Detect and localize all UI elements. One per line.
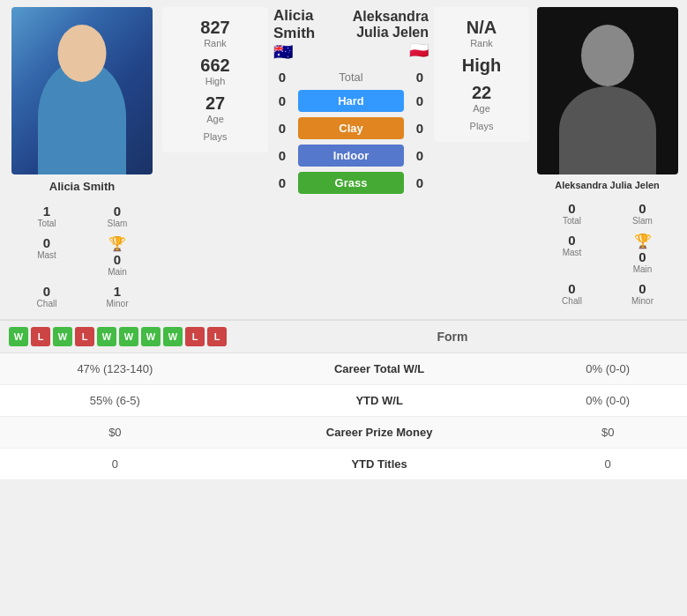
right-rank-label: Rank [470,38,493,48]
total-label: Total [291,71,411,84]
career-stats-row-0: 47% (123-140)Career Total W/L0% (0-0) [0,353,687,385]
left-mast-cell: 0 Mast [11,232,82,280]
right-mast-cell: 0 Mast [537,229,608,278]
right-age-value: 22 [472,83,491,103]
form-badge-2: W [53,327,72,346]
surface-column: Alicia Smith 🇦🇺 AleksandraJulia Jelen 🇵🇱… [273,7,429,197]
left-chall-value: 0 [43,284,50,299]
total-score-right: 0 [411,70,429,85]
left-player-stats: 1 Total 0 Slam 0 Mast 🏆 0 Main 0 [11,200,153,312]
career-stats-left-3: 0 [0,449,230,480]
right-minor-label: Minor [631,296,653,306]
hard-score-right: 0 [411,93,429,108]
right-rank-value: N/A [467,18,497,38]
right-plays-block: Plays [470,121,494,131]
career-stats-row-3: 0YTD Titles0 [0,449,687,480]
right-high-value: High [462,56,501,76]
left-minor-cell: 1 Minor [82,280,153,312]
left-total-label: Total [37,219,56,228]
form-badge-1: L [31,327,50,346]
left-total-cell: 1 Total [11,200,82,232]
career-stats-right-2: $0 [528,417,687,449]
hard-score-left: 0 [273,93,291,108]
right-stats-box: N/A Rank High 22 Age Plays [434,7,529,142]
left-main-label: Main [108,267,127,277]
right-name-display: AleksandraJulia Jelen [353,9,429,40]
total-score-left: 0 [273,70,291,85]
center-rank-label: Rank [204,38,227,48]
right-chall-label: Chall [562,296,582,306]
right-minor-value: 0 [638,281,646,296]
form-badge-9: L [207,327,227,346]
form-badge-8: L [185,327,205,346]
left-minor-value: 1 [114,284,121,299]
form-badges: WLWLWWWWLL [9,327,227,346]
grass-score-right: 0 [411,175,429,190]
form-badge-6: W [141,327,161,346]
center-stats-box: 827 Rank 662 High 27 Age Plays [162,7,268,152]
clay-score-left: 0 [273,121,291,136]
career-stats-right-3: 0 [528,449,687,480]
right-player-stats: 0 Total 0 Slam 0 Mast 🏆 0 Main 0 [537,197,678,309]
clay-pill: Clay [298,117,404,139]
grass-score-left: 0 [273,175,291,190]
left-player-column: Alicia Smith 1 Total 0 Slam 0 Mast 🏆 0 [7,7,157,312]
left-trophy-cell: 🏆 0 Main [82,232,153,280]
career-stats-label-2: Career Prize Money [230,417,529,449]
career-stats-left-0: 47% (123-140) [0,353,230,385]
career-stats-row-1: 55% (6-5)YTD W/L0% (0-0) [0,385,687,417]
career-stats-label-1: YTD W/L [230,385,529,417]
indoor-score-right: 0 [411,148,429,163]
right-minor-cell: 0 Minor [608,278,678,309]
right-player-photo [537,7,678,174]
left-main-value: 0 [114,252,121,267]
right-flag: 🇵🇱 [409,41,429,59]
center-high-value: 662 [200,56,229,76]
right-mast-value: 0 [568,233,575,248]
career-stats-right-0: 0% (0-0) [528,353,687,385]
right-trophy-icon: 🏆 [634,233,652,249]
right-chall-value: 0 [568,281,575,296]
left-chall-label: Chall [37,299,57,308]
right-player-column: Aleksandra Julia Jelen 0 Total 0 Slam 0 … [534,7,680,309]
right-rank-block: N/A Rank [467,18,497,48]
right-total-value: 0 [568,201,575,216]
form-badge-7: W [163,327,183,346]
form-badge-3: L [75,327,94,346]
hard-score-row: 0 Hard 0 [273,87,429,115]
center-rank-value: 827 [200,18,229,38]
center-plays-block: Plays [204,131,228,142]
left-minor-label: Minor [106,299,128,308]
career-stats-label-0: Career Total W/L [230,353,529,385]
hard-pill: Hard [298,90,404,112]
indoor-score-left: 0 [273,148,291,163]
form-badge-4: W [97,327,116,346]
left-total-value: 1 [43,204,50,219]
center-high-block: 662 High [200,56,229,86]
left-slam-cell: 0 Slam [82,200,153,232]
career-stats-left-1: 55% (6-5) [0,385,230,417]
right-high-block: High [462,56,501,76]
form-label: Form [227,330,678,344]
career-stats-table: 47% (123-140)Career Total W/L0% (0-0)55%… [0,353,687,480]
right-main-value: 0 [638,249,646,264]
right-trophy-cell: 🏆 0 Main [608,229,678,278]
total-score-row: 0 Total 0 [273,67,429,87]
right-slam-label: Slam [632,216,653,226]
right-total-cell: 0 Total [537,197,608,229]
career-stats-left-2: $0 [0,417,230,449]
right-slam-value: 0 [638,201,646,216]
left-slam-value: 0 [114,204,121,219]
left-name-display: Alicia Smith [273,7,315,41]
right-main-label: Main [633,264,653,274]
left-mast-label: Mast [37,250,56,260]
center-age-block: 27 Age [205,93,225,124]
indoor-score-row: 0 Indoor 0 [273,142,429,169]
career-stats-right-1: 0% (0-0) [528,385,687,417]
comparison-section: Alicia Smith 1 Total 0 Slam 0 Mast 🏆 0 [0,0,687,319]
surface-area: Alicia Smith 🇦🇺 AleksandraJulia Jelen 🇵🇱… [273,7,429,197]
right-player-name: Aleksandra Julia Jelen [555,180,660,190]
left-chall-cell: 0 Chall [11,280,82,312]
career-stats-row-2: $0Career Prize Money$0 [0,417,687,449]
center-rank-block: 827 Rank [200,18,229,48]
